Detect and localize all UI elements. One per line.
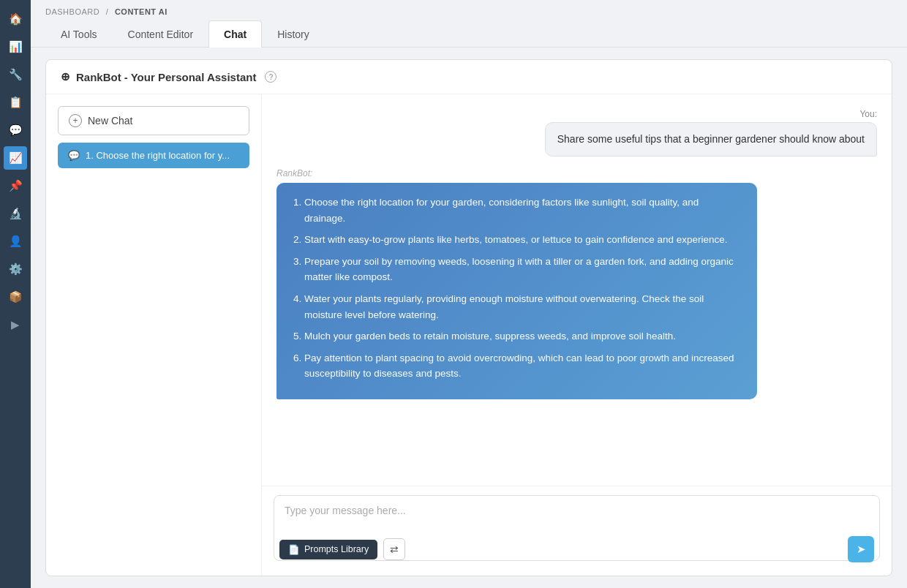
breadcrumb-current: CONTENT AI: [115, 7, 168, 16]
refresh-icon: ⇄: [390, 543, 399, 555]
plus-icon: +: [69, 114, 82, 127]
input-left-tools: 📄 Prompts Library ⇄: [279, 538, 405, 560]
send-icon: ➤: [857, 543, 866, 556]
prompts-library-button[interactable]: 📄 Prompts Library: [279, 540, 377, 559]
chat-history-panel: + New Chat 💬 1. Choose the right locatio…: [46, 94, 262, 576]
sidebar: 🏠 📊 🔧 📋 💬 📈 📌 🔬 👤 ⚙️ 📦 ▶: [0, 0, 31, 588]
chat-history-icon: 💬: [68, 150, 80, 161]
user-bubble: Share some useful tips that a beginner g…: [545, 122, 877, 157]
input-area: 📄 Prompts Library ⇄ ➤: [262, 486, 892, 576]
sidebar-icon-settings[interactable]: ⚙️: [4, 257, 27, 281]
sidebar-icon-play[interactable]: ▶: [4, 313, 27, 336]
tab-bar: AI Tools Content Editor Chat History: [31, 20, 907, 48]
rankbot-body: + New Chat 💬 1. Choose the right locatio…: [46, 94, 892, 576]
sidebar-icon-tools[interactable]: 🔧: [4, 63, 27, 86]
conversation-area: You: Share some useful tips that a begin…: [262, 94, 892, 576]
rankbot-panel: ⊕ RankBot - Your Personal Assistant ? + …: [45, 59, 892, 576]
breadcrumb-separator: /: [106, 7, 109, 16]
bot-response-5: Mulch your garden beds to retain moistur…: [304, 328, 742, 344]
new-chat-button[interactable]: + New Chat: [58, 106, 249, 135]
sidebar-icon-pin[interactable]: 📌: [4, 174, 27, 197]
messages-list: You: Share some useful tips that a begin…: [262, 94, 892, 486]
rankbot-title: RankBot - Your Personal Assistant: [76, 71, 256, 83]
bot-message: RankBot: Choose the right location for y…: [276, 168, 757, 399]
chat-history-item-label: 1. Choose the right location for y...: [86, 150, 230, 161]
help-icon[interactable]: ?: [265, 71, 276, 83]
sidebar-icon-home[interactable]: 🏠: [4, 7, 27, 31]
tab-chat[interactable]: Chat: [208, 20, 262, 48]
prompts-library-label: Prompts Library: [304, 544, 369, 554]
user-label: You:: [545, 109, 877, 119]
sidebar-icon-chart[interactable]: 📊: [4, 35, 27, 59]
refresh-button[interactable]: ⇄: [383, 538, 405, 560]
sidebar-icon-list[interactable]: 📋: [4, 91, 27, 114]
main-content: DASHBOARD / CONTENT AI AI Tools Content …: [31, 0, 907, 588]
bot-response-6: Pay attention to plant spacing to avoid …: [304, 350, 742, 382]
tab-ai-tools[interactable]: AI Tools: [45, 20, 113, 48]
bot-bubble: Choose the right location for your garde…: [276, 183, 757, 399]
breadcrumb-root: DASHBOARD: [45, 7, 99, 16]
breadcrumb: DASHBOARD / CONTENT AI: [31, 0, 907, 20]
send-button[interactable]: ➤: [848, 536, 874, 562]
bot-response-1: Choose the right location for your garde…: [304, 195, 742, 226]
rankbot-header: ⊕ RankBot - Your Personal Assistant ?: [46, 60, 892, 94]
new-chat-label: New Chat: [88, 115, 132, 127]
prompts-library-icon: 📄: [288, 544, 300, 555]
sidebar-icon-package[interactable]: 📦: [4, 285, 27, 309]
bot-response-4: Water your plants regularly, providing e…: [304, 291, 742, 323]
bot-response-2: Start with easy-to-grow plants like herb…: [304, 232, 742, 248]
user-message: You: Share some useful tips that a begin…: [545, 109, 877, 157]
rankbot-icon: ⊕: [61, 70, 70, 83]
bot-label: RankBot:: [276, 168, 757, 178]
chat-history-item[interactable]: 💬 1. Choose the right location for y...: [58, 143, 249, 168]
tab-content-editor[interactable]: Content Editor: [113, 20, 209, 48]
input-toolbar: 📄 Prompts Library ⇄ ➤: [274, 536, 880, 567]
sidebar-icon-user[interactable]: 👤: [4, 230, 27, 253]
sidebar-icon-science[interactable]: 🔬: [4, 202, 27, 225]
tab-history[interactable]: History: [262, 20, 325, 48]
sidebar-icon-analytics[interactable]: 📈: [4, 146, 27, 170]
bot-response-3: Prepare your soil by removing weeds, loo…: [304, 254, 742, 285]
page-content: ⊕ RankBot - Your Personal Assistant ? + …: [31, 48, 907, 588]
sidebar-icon-chat[interactable]: 💬: [4, 118, 27, 142]
